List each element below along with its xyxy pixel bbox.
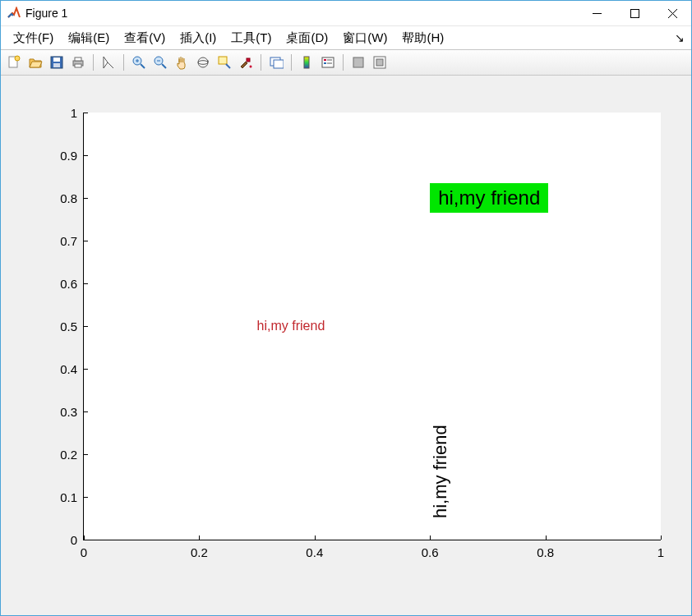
toolbar (1, 49, 691, 76)
menu-window[interactable]: 窗口(W) (335, 29, 394, 48)
svg-rect-8 (53, 63, 60, 67)
svg-point-5 (15, 56, 20, 61)
svg-line-18 (162, 64, 166, 68)
svg-line-23 (226, 64, 230, 68)
y-tick-label: 0.1 (60, 491, 84, 503)
figure-canvas[interactable]: 00.10.20.30.40.50.60.70.80.9100.20.40.60… (1, 76, 691, 615)
matlab-icon (7, 7, 21, 20)
undock-icon[interactable]: ↘ (675, 31, 685, 44)
hide-plot-tools-button[interactable] (348, 53, 368, 72)
svg-rect-1 (630, 9, 639, 17)
svg-rect-30 (324, 59, 326, 61)
pan-button[interactable] (172, 53, 191, 72)
svg-point-21 (198, 61, 208, 65)
svg-rect-10 (75, 57, 81, 61)
print-button[interactable] (68, 53, 88, 72)
x-tick-label: 0.2 (191, 540, 208, 559)
menu-desktop[interactable]: 桌面(D) (279, 29, 335, 48)
titlebar: Figure 1 (1, 1, 691, 26)
svg-rect-27 (274, 60, 284, 68)
x-tick-label: 0.4 (306, 540, 323, 559)
svg-rect-11 (75, 64, 81, 67)
y-tick-label: 0.8 (60, 192, 84, 205)
menu-file[interactable]: 文件(F) (6, 29, 61, 48)
insert-legend-button[interactable] (318, 53, 338, 72)
y-tick-label: 0.3 (60, 406, 84, 418)
menu-tools[interactable]: 工具(T) (224, 29, 279, 48)
edit-plot-button[interactable] (99, 53, 118, 72)
x-tick-label: 0 (81, 540, 87, 559)
text-annotation[interactable]: hi,my friend (430, 183, 548, 213)
svg-rect-22 (219, 57, 227, 64)
open-button[interactable] (25, 53, 45, 72)
svg-rect-24 (247, 58, 250, 62)
text-annotation[interactable]: hi,my friend (430, 425, 451, 518)
svg-point-20 (198, 57, 208, 67)
x-tick-label: 1 (657, 540, 664, 559)
svg-line-14 (141, 64, 145, 68)
menu-help[interactable]: 帮助(H) (394, 29, 451, 48)
zoom-out-button[interactable] (150, 53, 170, 72)
text-annotation[interactable]: hi,my friend (257, 319, 325, 333)
y-tick-label: 1 (71, 107, 84, 119)
zoom-in-button[interactable] (129, 53, 149, 72)
menu-view[interactable]: 查看(V) (117, 29, 173, 48)
x-tick-label: 0.8 (537, 540, 554, 559)
data-cursor-button[interactable] (215, 53, 234, 72)
menu-edit[interactable]: 编辑(E) (61, 29, 117, 48)
insert-colorbar-button[interactable] (297, 53, 316, 72)
axes[interactable]: 00.10.20.30.40.50.60.70.80.9100.20.40.60… (83, 113, 661, 540)
maximize-button[interactable] (616, 1, 653, 25)
svg-rect-34 (353, 57, 363, 67)
minimize-button[interactable] (578, 1, 616, 25)
svg-line-12 (108, 62, 113, 68)
y-tick-label: 0.5 (60, 320, 84, 333)
svg-point-25 (250, 66, 252, 68)
svg-rect-31 (324, 62, 326, 64)
y-tick-label: 0.6 (60, 278, 84, 290)
link-axes-button[interactable] (266, 53, 286, 72)
brush-button[interactable] (236, 53, 256, 72)
y-tick-label: 0.4 (60, 363, 84, 375)
svg-rect-7 (53, 57, 60, 62)
y-tick-label: 0.9 (60, 149, 84, 162)
x-tick-label: 0.6 (422, 540, 439, 559)
menu-insert[interactable]: 插入(I) (173, 29, 224, 48)
show-plot-tools-button[interactable] (370, 53, 390, 72)
window-title: Figure 1 (25, 7, 67, 20)
svg-rect-28 (304, 57, 309, 68)
figure-window: Figure 1 文件(F) 编辑(E) 查看(V) 插入(I) 工具(T) 桌… (0, 0, 692, 616)
menubar: 文件(F) 编辑(E) 查看(V) 插入(I) 工具(T) 桌面(D) 窗口(W… (1, 26, 691, 49)
y-tick-label: 0.2 (60, 448, 84, 461)
save-button[interactable] (47, 53, 67, 72)
close-button[interactable] (653, 1, 691, 25)
svg-rect-36 (376, 59, 383, 66)
rotate3d-button[interactable] (193, 53, 213, 72)
y-tick-label: 0.7 (60, 235, 84, 247)
new-figure-button[interactable] (4, 53, 24, 72)
